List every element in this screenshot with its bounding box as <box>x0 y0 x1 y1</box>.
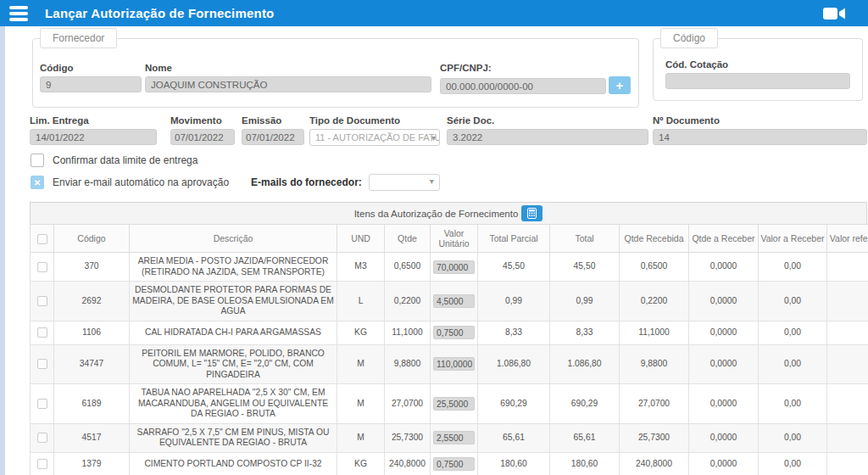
cell-valor-referencia <box>827 452 868 475</box>
supplier-emails-label: E-mails do fornecedor: <box>251 176 362 188</box>
serie-doc-label: Série Doc. <box>447 115 648 126</box>
select-all-checkbox[interactable] <box>37 234 47 244</box>
row-checkbox[interactable] <box>37 459 47 469</box>
main-content: Fornecedor Código 9 Nome JOAQUIM CONSTRU… <box>5 26 868 475</box>
valor-unitario-input[interactable]: 70,0000 <box>433 260 475 274</box>
cell-qtde-recebida: 0,2200 <box>620 282 689 321</box>
hamburger-menu-icon[interactable] <box>9 6 28 21</box>
cell-qtde-a-receber: 0,0000 <box>689 344 759 384</box>
add-supplier-button[interactable]: + <box>609 76 631 94</box>
chevron-down-icon: ▾ <box>430 176 434 186</box>
top-bar: Lançar Autorização de Fornecimento <box>0 0 868 26</box>
row-select-cell <box>31 423 54 452</box>
confirm-delivery-checkbox[interactable] <box>31 154 44 167</box>
cell-total-parcial: 45,50 <box>478 253 550 282</box>
cell-qtde-a-receber: 0,0000 <box>689 452 759 475</box>
items-table: CódigoDescriçãoUNDQtdeValor UnitárioTota… <box>30 224 868 475</box>
codigo-legend: Código <box>660 28 718 48</box>
valor-unitario-input[interactable]: 25,5000 <box>433 397 475 411</box>
row-checkbox[interactable] <box>37 359 47 369</box>
valor-unitario-input[interactable]: 2,5500 <box>433 431 475 444</box>
fornecedor-codigo-input[interactable]: 9 <box>40 76 142 92</box>
cell-qtde: 9,8800 <box>385 344 431 384</box>
calculator-button[interactable] <box>521 205 542 221</box>
cell-descricao: SARRAFO "2,5 X 7,5" CM EM PINUS, MISTA O… <box>130 423 337 452</box>
video-camera-icon[interactable] <box>823 7 846 20</box>
cell-total-parcial: 1.086,80 <box>478 344 550 384</box>
cell-descricao: CIMENTO PORTLAND COMPOSTO CP II-32 <box>130 452 337 475</box>
cell-codigo: 1379 <box>54 452 130 475</box>
cell-qtde-a-receber: 0,0000 <box>689 423 759 452</box>
table-row: 1379CIMENTO PORTLAND COMPOSTO CP II-32KG… <box>31 452 868 475</box>
row-checkbox[interactable] <box>37 262 47 272</box>
cell-total: 65,61 <box>550 423 620 452</box>
cell-total-parcial: 8,33 <box>478 321 550 344</box>
movimento-input[interactable]: 07/01/2022 <box>170 129 235 145</box>
column-header: Valor referência <box>827 225 868 253</box>
fornecedor-nome-input[interactable]: JOAQUIM CONSTRUÇÃO <box>145 76 431 92</box>
cell-qtde-recebida: 240,8000 <box>620 452 689 475</box>
cell-total: 8,33 <box>550 321 620 344</box>
document-fields-row: Lim. Entrega 14/01/2022 Movimento 07/01/… <box>30 115 867 146</box>
cell-total: 180,60 <box>550 452 620 475</box>
movimento-field: Movimento 07/01/2022 <box>170 115 235 146</box>
cell-descricao: PEITORIL EM MARMORE, POLIDO, BRANCO COMU… <box>130 344 337 384</box>
cell-qtde-recebida: 9,8800 <box>620 344 689 384</box>
row-checkbox[interactable] <box>37 399 47 409</box>
cell-valor-referencia <box>827 282 868 321</box>
table-row: 6189TABUA NAO APARELHADA "2,5 X 30" CM, … <box>31 384 868 424</box>
cell-total-parcial: 65,61 <box>478 423 550 452</box>
cell-valor-referencia <box>827 321 868 344</box>
lim-entrega-input[interactable]: 14/01/2022 <box>30 129 157 145</box>
fornecedor-fieldset: Fornecedor Código 9 Nome JOAQUIM CONSTRU… <box>32 38 639 108</box>
cell-valor-a-receber: 0,00 <box>759 423 827 452</box>
row-checkbox[interactable] <box>37 433 47 443</box>
table-row: 2692DESMOLDANTE PROTETOR PARA FORMAS DE … <box>31 282 868 321</box>
auto-email-label: Enviar e-mail automático na aprovação <box>53 176 229 188</box>
cell-qtde: 240,8000 <box>385 452 431 475</box>
column-header: Valor Unitário <box>431 225 478 253</box>
items-table-title: Itens da Autorização de Fornecimento <box>354 209 519 219</box>
select-all-header-cell <box>31 225 54 253</box>
row-select-cell <box>31 321 54 344</box>
tipo-documento-label: Tipo de Documento <box>309 115 440 126</box>
valor-unitario-input[interactable]: 0,7500 <box>433 457 475 471</box>
valor-unitario-input[interactable]: 4,5000 <box>433 294 475 308</box>
cell-qtde-recebida: 27,0700 <box>620 384 689 424</box>
tipo-documento-select[interactable]: 11 - AUTORIZAÇÃO DE FATURAM ▾ <box>309 129 440 146</box>
cell-valor-unitario: 0,7500 <box>431 452 478 475</box>
cell-total: 690,29 <box>550 384 620 424</box>
valor-unitario-input[interactable]: 110,0000 <box>433 357 475 371</box>
fornecedor-codigo-field: Código 9 <box>40 63 142 92</box>
valor-unitario-input[interactable]: 0,7500 <box>433 326 475 339</box>
cell-valor-referencia <box>827 344 868 384</box>
column-header: Qtde <box>385 225 431 253</box>
cell-descricao: AREIA MEDIA - POSTO JAZIDA/FORNECEDOR (R… <box>130 253 337 282</box>
cell-valor-unitario: 70,0000 <box>431 253 478 282</box>
emissao-input[interactable]: 07/01/2022 <box>242 129 304 145</box>
supplier-emails-select[interactable]: ▾ <box>369 174 440 191</box>
cell-total: 0,99 <box>550 282 620 321</box>
cell-valor-referencia <box>827 253 868 282</box>
codigo-fieldset: Código Cód. Cotação <box>653 38 863 101</box>
row-checkbox[interactable] <box>37 296 47 306</box>
serie-doc-input[interactable]: 3.2022 <box>447 129 648 145</box>
cell-und: M <box>337 344 385 384</box>
tipo-documento-field: Tipo de Documento 11 - AUTORIZAÇÃO DE FA… <box>309 115 440 146</box>
cpf-cnpj-input[interactable]: 00.000.000/0000-00 <box>440 78 606 94</box>
auto-email-checkbox[interactable]: ✕ <box>31 176 44 189</box>
row-checkbox[interactable] <box>37 327 47 338</box>
cell-qtde-a-receber: 0,0000 <box>689 253 759 282</box>
column-header: Total <box>550 225 620 253</box>
cell-qtde: 27,0700 <box>385 384 431 424</box>
cell-descricao: TABUA NAO APARELHADA "2,5 X 30" CM, EM M… <box>130 384 337 424</box>
cell-valor-unitario: 110,0000 <box>431 344 478 384</box>
cell-qtde-recebida: 25,7300 <box>620 423 689 452</box>
cod-cotacao-input[interactable] <box>665 73 850 89</box>
table-row: 4517SARRAFO "2,5 X 7,5" CM EM PINUS, MIS… <box>31 423 868 452</box>
n-documento-input[interactable]: 14 <box>653 129 867 145</box>
column-header: Total Parcial <box>478 225 550 253</box>
cell-valor-unitario: 4,5000 <box>431 282 478 321</box>
column-header: Qtde Recebida <box>620 225 689 253</box>
cell-total: 45,50 <box>550 253 620 282</box>
